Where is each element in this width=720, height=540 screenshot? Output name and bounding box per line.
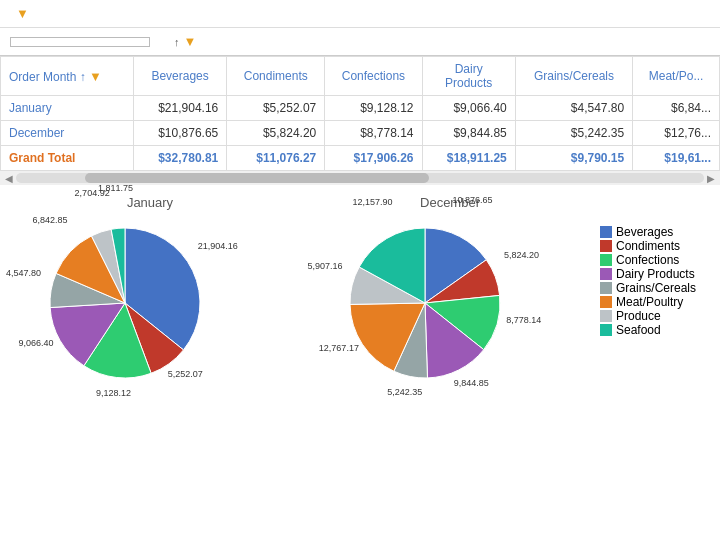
scrollbar-thumb[interactable] <box>85 173 429 183</box>
month-sort-icon[interactable]: ↑ <box>80 70 86 84</box>
legend-item: Grains/Cereals <box>600 281 696 295</box>
legend-color <box>600 296 612 308</box>
legend-item: Produce <box>600 309 696 323</box>
pie-label: 1,811.75 <box>98 183 133 193</box>
row-label-1: December <box>1 121 134 146</box>
month-filter-icon[interactable]: ▼ <box>89 69 102 84</box>
legend-label: Meat/Poultry <box>616 295 683 309</box>
legend-label: Condiments <box>616 239 680 253</box>
legend-item: Dairy Products <box>600 267 696 281</box>
december-chart: December10,876.655,824.208,778.149,844.8… <box>305 195 595 410</box>
cell-2-4: $9,790.15 <box>515 146 632 171</box>
december-title: December10,876.655,824.208,778.149,844.8… <box>305 195 595 210</box>
cell-1-0: $10,876.65 <box>134 121 227 146</box>
category-filter-icon[interactable]: ▼ <box>184 34 197 49</box>
legend-color <box>600 254 612 266</box>
january-pie <box>35 215 255 400</box>
cell-2-0: $32,780.81 <box>134 146 227 171</box>
pie-label: 10,876.65 <box>452 195 492 205</box>
legend-item: Beverages <box>600 225 696 239</box>
legend-item: Confections <box>600 253 696 267</box>
pivot-table-container: Order Month ↑ ▼ Beverages Condiments Con… <box>0 56 720 185</box>
legend-label: Beverages <box>616 225 673 239</box>
legend-label: Confections <box>616 253 679 267</box>
legend-item: Meat/Poultry <box>600 295 696 309</box>
cell-1-5: $12,76... <box>633 121 720 146</box>
scroll-right-arrow[interactable]: ▶ <box>704 173 718 184</box>
charts-section: January21,904.165,252.079,128.129,066.40… <box>0 185 720 415</box>
row-label-0: January <box>1 96 134 121</box>
cell-2-5: $19,61... <box>633 146 720 171</box>
cell-2-3: $18,911.25 <box>422 146 515 171</box>
field-headers: ↑ ▼ <box>0 28 720 56</box>
pie-label: 12,157.90 <box>352 197 392 207</box>
cell-0-2: $9,128.12 <box>325 96 422 121</box>
january-title: January21,904.165,252.079,128.129,066.40… <box>5 195 295 210</box>
legend-color <box>600 310 612 322</box>
col-beverages[interactable]: Beverages <box>134 57 227 96</box>
cell-1-1: $5,824.20 <box>227 121 325 146</box>
cell-2-2: $17,906.26 <box>325 146 422 171</box>
cell-1-3: $9,844.85 <box>422 121 515 146</box>
legend-color <box>600 226 612 238</box>
legend-item: Condiments <box>600 239 696 253</box>
cell-0-5: $6,84... <box>633 96 720 121</box>
col-meat[interactable]: Meat/Po... <box>633 57 720 96</box>
legend-color <box>600 240 612 252</box>
legend-color <box>600 324 612 336</box>
order-month-header[interactable]: Order Month ↑ ▼ <box>1 57 134 96</box>
january-chart: January21,904.165,252.079,128.129,066.40… <box>5 195 295 410</box>
cell-1-2: $8,778.14 <box>325 121 422 146</box>
col-condiments[interactable]: Condiments <box>227 57 325 96</box>
legend-item: Seafood <box>600 323 696 337</box>
col-grains[interactable]: Grains/Cereals <box>515 57 632 96</box>
row-label-2: Grand Total <box>1 146 134 171</box>
chart-legend: BeveragesCondimentsConfectionsDairy Prod… <box>600 225 696 410</box>
legend-label: Seafood <box>616 323 661 337</box>
scrollbar-track[interactable] <box>16 173 704 183</box>
category-name-field: ↑ ▼ <box>170 34 196 49</box>
cell-0-3: $9,066.40 <box>422 96 515 121</box>
december-pie <box>335 215 555 400</box>
legend-label: Dairy Products <box>616 267 695 281</box>
cell-2-1: $11,076.27 <box>227 146 325 171</box>
col-confections[interactable]: Confections <box>325 57 422 96</box>
order-year-filter-icon[interactable]: ▼ <box>16 6 29 21</box>
cell-0-1: $5,252.07 <box>227 96 325 121</box>
legend-label: Grains/Cereals <box>616 281 696 295</box>
legend-color <box>600 282 612 294</box>
sort-asc-icon[interactable]: ↑ <box>174 36 180 48</box>
legend-label: Produce <box>616 309 661 323</box>
top-bar: ▼ <box>0 0 720 28</box>
cell-1-4: $5,242.35 <box>515 121 632 146</box>
extended-price-field <box>10 37 150 47</box>
legend-color <box>600 268 612 280</box>
col-dairy[interactable]: DairyProducts <box>422 57 515 96</box>
cell-0-4: $4,547.80 <box>515 96 632 121</box>
scroll-left-arrow[interactable]: ◀ <box>2 173 16 184</box>
cell-0-0: $21,904.16 <box>134 96 227 121</box>
pivot-table: Order Month ↑ ▼ Beverages Condiments Con… <box>0 56 720 171</box>
